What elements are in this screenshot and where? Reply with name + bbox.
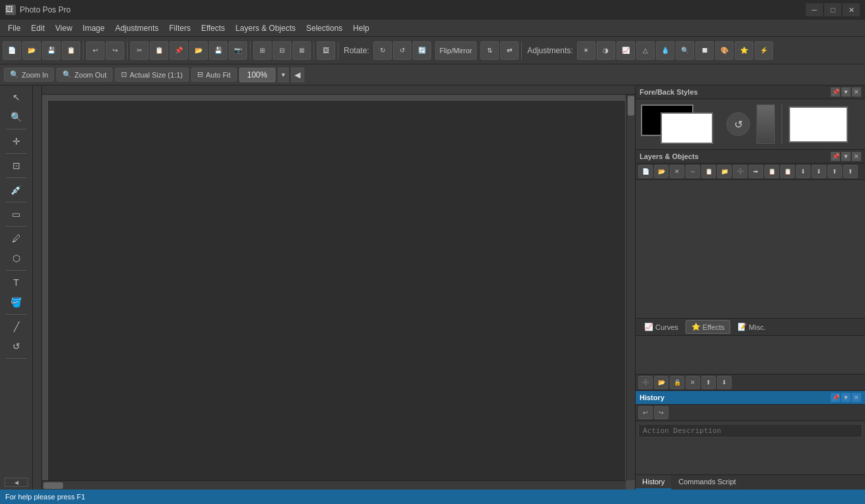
layer-top-button[interactable]: ⬆: [843, 165, 858, 178]
layer-delete-button[interactable]: ✕: [670, 165, 684, 178]
layer-new-from-button[interactable]: 📂: [654, 165, 668, 178]
menu-item-edit[interactable]: Edit: [26, 21, 50, 35]
brush-tool[interactable]: 🖊: [5, 229, 28, 248]
vertical-scrollbar[interactable]: [626, 95, 635, 480]
reset-swatch-button[interactable]: ↺: [726, 112, 750, 136]
history-tab[interactable]: History: [636, 475, 672, 490]
open-button[interactable]: 📂: [22, 41, 41, 60]
menu-item-view[interactable]: View: [50, 21, 78, 35]
background-swatch[interactable]: [661, 112, 713, 144]
brightness-button[interactable]: ☀: [577, 41, 596, 60]
paste-to-file-button[interactable]: 💾: [209, 41, 227, 60]
copy-button[interactable]: 📋: [150, 41, 168, 60]
flip-mirror-button[interactable]: Flip/Mirror: [435, 41, 477, 60]
rotate-ccw-button[interactable]: ↺: [393, 41, 411, 60]
effect-open-button[interactable]: 📂: [654, 376, 668, 389]
history-pin-button[interactable]: 📌: [831, 393, 840, 402]
commands-tab[interactable]: Commands Script: [672, 475, 743, 490]
layers-pin-button[interactable]: 📌: [831, 152, 840, 161]
close-button[interactable]: ✕: [843, 3, 860, 16]
horizontal-scrollbar[interactable]: [42, 480, 626, 490]
layer-move-button[interactable]: ↔: [686, 165, 700, 178]
zoom-level-input[interactable]: 100%: [239, 68, 275, 82]
snap-button[interactable]: ⊠: [292, 41, 311, 60]
curves-tab[interactable]: 📈 Curves: [638, 320, 684, 334]
minimize-button[interactable]: ─: [806, 3, 823, 16]
guides-button[interactable]: ⊟: [273, 41, 291, 60]
zoom-dropdown-button[interactable]: ▼: [278, 68, 289, 82]
menu-item-help[interactable]: Help: [348, 21, 375, 35]
effect-up-button[interactable]: ⬆: [701, 376, 716, 389]
cut-button[interactable]: ✂: [130, 41, 149, 60]
menu-item-layers---objects[interactable]: Layers & Objects: [230, 21, 300, 35]
horizontal-scrollbar-thumb[interactable]: [43, 482, 63, 489]
layer-group-button[interactable]: 📋: [701, 165, 716, 178]
layer-up-button[interactable]: ⬆: [828, 165, 842, 178]
starred-button[interactable]: ⭐: [735, 41, 753, 60]
menu-item-image[interactable]: Image: [78, 21, 110, 35]
undo-button[interactable]: ↩: [86, 41, 105, 60]
foreback-pin-button[interactable]: 📌: [831, 87, 840, 97]
menu-item-filters[interactable]: Filters: [164, 21, 196, 35]
layers-collapse-button[interactable]: ▼: [841, 152, 851, 161]
save-as-button[interactable]: 📋: [62, 41, 80, 60]
layer-add-button[interactable]: ➕: [733, 165, 747, 178]
layer-down2-button[interactable]: ⬇: [812, 165, 826, 178]
rotate-cw-button[interactable]: ↻: [373, 41, 392, 60]
effect-add-button[interactable]: ➕: [638, 376, 653, 389]
image-canvas[interactable]: [47, 100, 626, 481]
gradient-swatch[interactable]: [757, 104, 775, 144]
menu-item-adjustments[interactable]: Adjustments: [110, 21, 164, 35]
text-tool[interactable]: T: [5, 273, 28, 292]
vertical-scrollbar-thumb[interactable]: [628, 96, 634, 116]
canvas-content[interactable]: [42, 95, 635, 490]
panel-collapse-button[interactable]: ◀: [5, 478, 28, 487]
crop-tool[interactable]: ⊡: [5, 156, 28, 175]
eyedropper-tool[interactable]: 💉: [5, 181, 28, 199]
curves-button[interactable]: 📈: [617, 41, 635, 60]
new-button[interactable]: 📄: [3, 41, 21, 60]
smudge-tool[interactable]: ↺: [5, 337, 28, 355]
fill-tool[interactable]: 🪣: [5, 293, 28, 311]
layer-copy-button[interactable]: 📋: [764, 165, 779, 178]
history-redo-button[interactable]: ↪: [654, 406, 668, 419]
denoise-button[interactable]: 🔲: [695, 41, 714, 60]
layers-close-button[interactable]: ✕: [852, 152, 861, 161]
layer-ungroup-button[interactable]: 📁: [717, 165, 732, 178]
action-description-input[interactable]: [638, 424, 862, 438]
misc-tab[interactable]: 📝 Misc.: [732, 320, 772, 334]
grid-button[interactable]: ⊞: [253, 41, 271, 60]
effect-lock-button[interactable]: 🔒: [670, 376, 684, 389]
zoom-collapse-button[interactable]: ◀: [291, 68, 304, 82]
acquire-button[interactable]: 📷: [229, 41, 247, 60]
layer-paste-button[interactable]: 📋: [780, 165, 795, 178]
layer-down-button[interactable]: ⬇: [796, 165, 810, 178]
back-style-swatch[interactable]: [789, 106, 848, 143]
save-button[interactable]: 💾: [42, 41, 60, 60]
line-tool[interactable]: ╱: [5, 317, 28, 336]
history-undo-button[interactable]: ↩: [638, 406, 653, 419]
effects-tab[interactable]: ⭐ Effects: [686, 320, 730, 334]
zoom-tool[interactable]: 🔍: [5, 108, 28, 126]
redo-button[interactable]: ↪: [106, 41, 124, 60]
select-tool[interactable]: ↖: [5, 88, 28, 106]
eraser-tool[interactable]: ⬡: [5, 249, 28, 267]
layer-merge-button[interactable]: ➡: [749, 165, 763, 178]
zoom-in-button[interactable]: 🔍 Zoom In: [4, 68, 54, 81]
hsl-button[interactable]: 🎨: [715, 41, 734, 60]
layer-new-button[interactable]: 📄: [638, 165, 653, 178]
effect-delete-button[interactable]: ✕: [686, 376, 700, 389]
history-close-button[interactable]: ✕: [852, 393, 861, 402]
history-collapse-button[interactable]: ▼: [841, 393, 851, 402]
selection-tool[interactable]: ▭: [5, 205, 28, 223]
contrast-button[interactable]: ◑: [597, 41, 615, 60]
levels-button[interactable]: △: [636, 41, 655, 60]
flip-h-button[interactable]: ⇅: [480, 41, 499, 60]
image-button[interactable]: 🖼: [317, 41, 335, 60]
move-tool[interactable]: ✛: [5, 132, 28, 150]
flip-v-button[interactable]: ⇄: [500, 41, 519, 60]
rotate-custom-button[interactable]: 🔄: [413, 41, 431, 60]
sharpen-button[interactable]: 🔍: [676, 41, 694, 60]
actual-size-button[interactable]: ⊡ Actual Size (1:1): [115, 68, 189, 81]
effect-down-button[interactable]: ⬇: [717, 376, 732, 389]
